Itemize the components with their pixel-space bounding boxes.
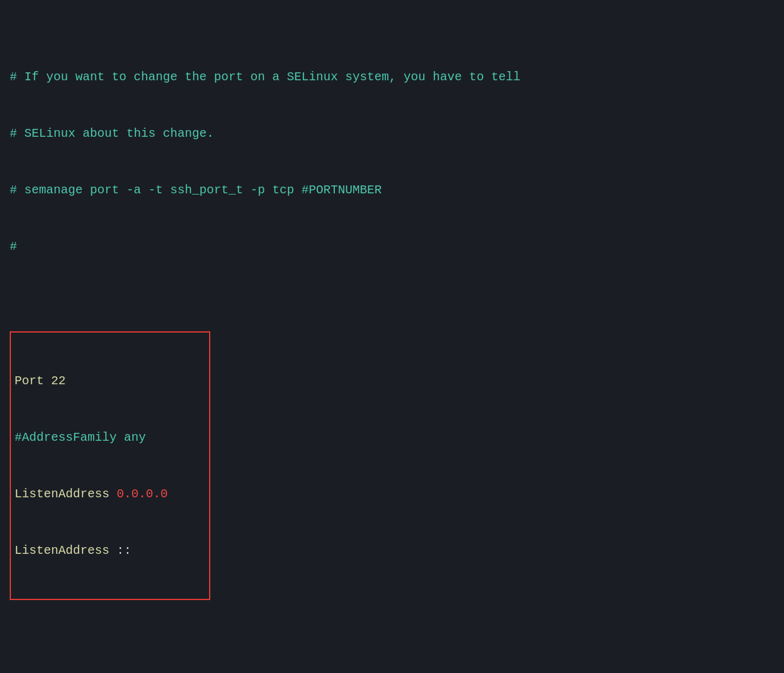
line-blank-1 xyxy=(10,657,774,673)
code-editor: # If you want to change the port on a SE… xyxy=(10,11,774,673)
line-1: # If you want to change the port on a SE… xyxy=(10,67,774,86)
line-listen-address-1: ListenAddress 0.0.0.0 xyxy=(15,485,205,503)
line-3: # semanage port -a -t ssh_port_t -p tcp … xyxy=(10,181,774,199)
line-4: # xyxy=(10,237,774,256)
line-listen-address-2: ListenAddress :: xyxy=(15,541,205,560)
line-port: Port 22 xyxy=(15,371,205,390)
line-address-family: #AddressFamily any xyxy=(15,428,205,447)
highlighted-port-block: Port 22 #AddressFamily any ListenAddress… xyxy=(10,331,210,600)
line-2: # SELinux about this change. xyxy=(10,124,774,143)
